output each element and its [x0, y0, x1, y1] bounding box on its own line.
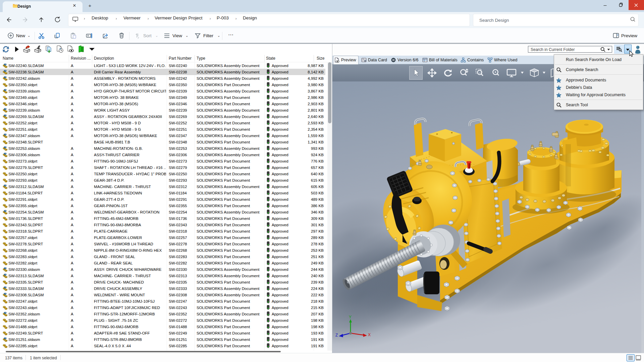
svg-text:X: X	[368, 333, 371, 337]
svg-text:Y: Y	[349, 315, 352, 319]
svg-text:Z: Z	[335, 333, 338, 338]
